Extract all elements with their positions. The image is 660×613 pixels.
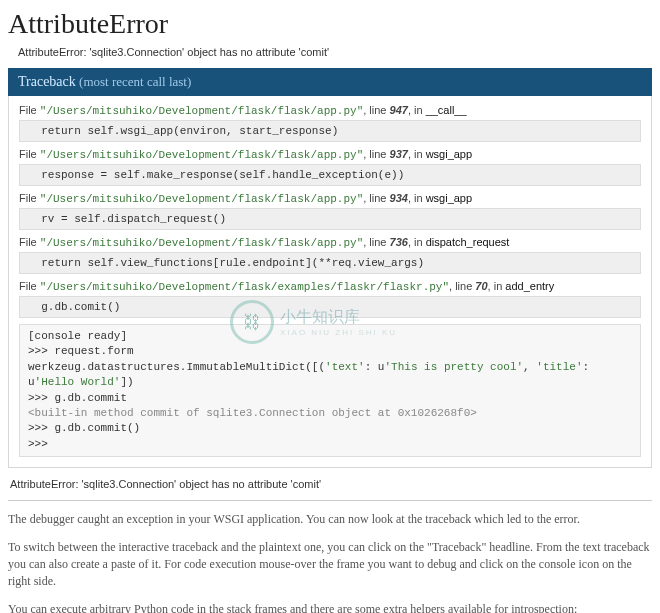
frames-container: File "/Users/mitsuhiko/Development/flask…	[8, 96, 652, 468]
file-label: File	[19, 104, 40, 116]
line-label: , line	[363, 148, 389, 160]
file-path: "/Users/mitsuhiko/Development/flask/flas…	[40, 237, 363, 249]
file-path: "/Users/mitsuhiko/Development/flask/flas…	[40, 193, 363, 205]
line-number: 70	[475, 280, 487, 292]
explain-p2: To switch between the interactive traceb…	[8, 539, 652, 591]
page-title: AttributeError	[8, 8, 652, 40]
line-label: , line	[363, 236, 389, 248]
frame-head: File "/Users/mitsuhiko/Development/flask…	[19, 192, 641, 205]
in-label: , in	[408, 236, 426, 248]
frame[interactable]: File "/Users/mitsuhiko/Development/flask…	[19, 148, 641, 186]
line-number: 934	[390, 192, 408, 204]
frame[interactable]: File "/Users/mitsuhiko/Development/flask…	[19, 192, 641, 230]
code-line[interactable]: return self.wsgi_app(environ, start_resp…	[19, 120, 641, 142]
in-label: , in	[488, 280, 506, 292]
line-number: 937	[390, 148, 408, 160]
traceback-label: Traceback	[18, 74, 76, 89]
func-name: __call__	[426, 104, 467, 116]
func-name: wsgi_app	[426, 192, 472, 204]
console-line: >>> request.form	[28, 344, 632, 359]
code-line[interactable]: g.db.comit()	[19, 296, 641, 318]
error-summary: AttributeError: 'sqlite3.Connection' obj…	[18, 46, 652, 58]
interactive-console[interactable]: [console ready] >>> request.form werkzeu…	[19, 324, 641, 457]
file-path: "/Users/mitsuhiko/Development/flask/flas…	[40, 105, 363, 117]
console-line: werkzeug.datastructures.ImmutableMultiDi…	[28, 360, 632, 391]
line-label: , line	[363, 192, 389, 204]
file-path: "/Users/mitsuhiko/Development/flask/flas…	[40, 149, 363, 161]
in-label: , in	[408, 192, 426, 204]
line-label: , line	[363, 104, 389, 116]
file-label: File	[19, 148, 40, 160]
frame[interactable]: File "/Users/mitsuhiko/Development/flask…	[19, 104, 641, 142]
file-label: File	[19, 192, 40, 204]
frame-head: File "/Users/mitsuhiko/Development/flask…	[19, 236, 641, 249]
line-label: , line	[449, 280, 475, 292]
console-line: <built-in method commit of sqlite3.Conne…	[28, 406, 632, 421]
frame-head: File "/Users/mitsuhiko/Development/flask…	[19, 104, 641, 117]
frame[interactable]: File "/Users/mitsuhiko/Development/flask…	[19, 280, 641, 318]
console-line: >>> g.db.commit()	[28, 421, 632, 436]
frame[interactable]: File "/Users/mitsuhiko/Development/flask…	[19, 236, 641, 274]
frame-head: File "/Users/mitsuhiko/Development/flask…	[19, 280, 641, 293]
console-line: >>> g.db.commit	[28, 391, 632, 406]
file-label: File	[19, 280, 40, 292]
final-error: AttributeError: 'sqlite3.Connection' obj…	[10, 478, 652, 490]
frame-head: File "/Users/mitsuhiko/Development/flask…	[19, 148, 641, 161]
func-name: dispatch_request	[426, 236, 510, 248]
console-line: [console ready]	[28, 329, 632, 344]
console-prompt[interactable]: >>>	[28, 437, 632, 452]
in-label: , in	[408, 104, 426, 116]
code-line[interactable]: response = self.make_response(self.handl…	[19, 164, 641, 186]
code-line[interactable]: rv = self.dispatch_request()	[19, 208, 641, 230]
explain-section: The debugger caught an exception in your…	[8, 500, 652, 613]
file-label: File	[19, 236, 40, 248]
traceback-header[interactable]: Traceback (most recent call last)	[8, 68, 652, 96]
code-line[interactable]: return self.view_functions[rule.endpoint…	[19, 252, 641, 274]
line-number: 736	[390, 236, 408, 248]
explain-p3: You can execute arbitrary Python code in…	[8, 601, 652, 613]
traceback-subtitle: (most recent call last)	[76, 74, 192, 89]
in-label: , in	[408, 148, 426, 160]
file-path: "/Users/mitsuhiko/Development/flask/exam…	[40, 281, 449, 293]
func-name: add_entry	[505, 280, 554, 292]
func-name: wsgi_app	[426, 148, 472, 160]
explain-p1: The debugger caught an exception in your…	[8, 511, 652, 528]
line-number: 947	[390, 104, 408, 116]
